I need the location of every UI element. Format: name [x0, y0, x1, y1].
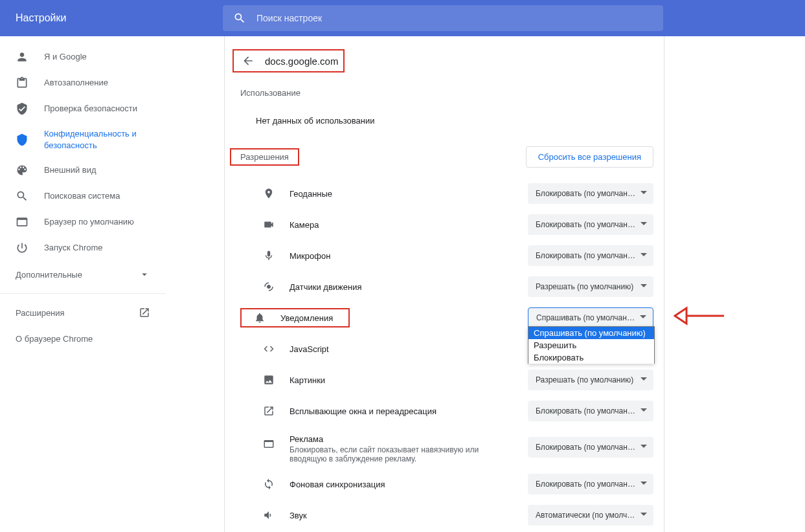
permission-select-popups[interactable]: Блокировать (по умолчанию)	[528, 401, 653, 421]
sidebar-advanced-label: Дополнительные	[16, 270, 82, 280]
open-in-new-icon	[139, 307, 150, 318]
permission-row-images: Картинки Разрешать (по умолчанию)	[225, 364, 664, 395]
permission-row-ads: Реклама Блокировать, если сайт показывае…	[225, 427, 664, 469]
shield-check-icon	[16, 102, 28, 115]
usage-empty-text: Нет данных об использовании	[225, 104, 664, 144]
header-title: Настройки	[16, 12, 223, 24]
reset-permissions-button[interactable]: Сбросить все разрешения	[526, 146, 653, 168]
app-header: Настройки	[0, 0, 805, 36]
search-input[interactable]	[256, 13, 653, 23]
sensors-icon	[256, 281, 282, 293]
camera-icon	[256, 219, 282, 230]
sidebar-item-autofill[interactable]: Автозаполнение	[0, 70, 166, 96]
permission-select-motion-sensors[interactable]: Разрешать (по умолчанию)	[528, 276, 653, 297]
permission-row-microphone: Микрофон Блокировать (по умолчанию)	[225, 240, 664, 271]
sidebar-item-label: Конфиденциальность и безопасность	[44, 128, 150, 151]
location-icon	[256, 188, 282, 199]
shield-icon	[16, 133, 28, 146]
sidebar-item-privacy-security[interactable]: Конфиденциальность и безопасность	[0, 122, 166, 157]
permission-row-sound: Звук Автоматически (по умолчанию)	[225, 500, 664, 531]
power-icon	[16, 241, 28, 254]
bell-icon	[247, 312, 273, 324]
permission-label: Всплывающие окна и переадресация	[289, 406, 528, 416]
sidebar-item-label: Запуск Chrome	[44, 242, 150, 254]
dropdown-menu[interactable]: Спрашивать (по умолчанию) Разрешить Блок…	[528, 326, 655, 364]
permission-select-images[interactable]: Разрешать (по умолчанию)	[528, 370, 653, 390]
back-button[interactable]	[236, 49, 260, 72]
permission-label: Камера	[289, 220, 528, 230]
annotation-arrow	[674, 303, 725, 331]
microphone-icon	[256, 250, 282, 261]
permission-row-popups: Всплывающие окна и переадресация Блокиро…	[225, 395, 664, 427]
permission-select-location[interactable]: Блокировать (по умолчанию)	[528, 183, 653, 204]
permission-label: Звук	[289, 511, 528, 520]
content-panel: docs.google.com Использование Нет данных…	[224, 36, 664, 532]
sidebar-item-label: Проверка безопасности	[44, 103, 150, 115]
permission-label: Микрофон	[289, 251, 528, 261]
permission-label: Уведомления	[280, 313, 333, 323]
sidebar-item-label: Поисковая система	[44, 190, 150, 202]
sidebar-about-chrome[interactable]: О браузере Chrome	[0, 326, 166, 351]
permission-row-location: Геоданные Блокировать (по умолчанию)	[225, 178, 664, 209]
sidebar-item-appearance[interactable]: Внешний вид	[0, 157, 166, 183]
permission-label: Геоданные	[289, 189, 528, 199]
dropdown-option-ask[interactable]: Спрашивать (по умолчанию)	[528, 327, 654, 339]
permission-select-sound[interactable]: Автоматически (по умолчанию)	[528, 505, 653, 526]
permissions-section-label: Разрешения	[240, 152, 289, 162]
sidebar-extensions-label: Расширения	[16, 308, 65, 318]
clipboard-icon	[16, 76, 28, 89]
sidebar: Я и Google Автозаполнение Проверка безоп…	[0, 36, 166, 532]
permission-label: Реклама	[289, 434, 528, 444]
usage-section-label: Использование	[225, 85, 664, 104]
permission-select-camera[interactable]: Блокировать (по умолчанию)	[528, 214, 653, 235]
permission-select-notifications[interactable]: Спрашивать (по умолчанию)	[528, 307, 653, 328]
permission-select-background-sync[interactable]: Блокировать (по умолчанию)	[528, 474, 653, 494]
permission-sublabel: Блокировать, если сайт показывает навязч…	[289, 445, 503, 463]
sidebar-item-default-browser[interactable]: Браузер по умолчанию	[0, 209, 166, 235]
sidebar-item-search-engine[interactable]: Поисковая система	[0, 183, 166, 209]
arrow-left-icon	[242, 54, 255, 67]
person-icon	[16, 50, 28, 63]
permission-row-background-sync: Фоновая синхронизация Блокировать (по ум…	[225, 469, 664, 500]
permission-select-ads[interactable]: Блокировать (по умолчанию)	[528, 437, 653, 458]
sync-icon	[256, 478, 282, 490]
sidebar-item-on-startup[interactable]: Запуск Chrome	[0, 235, 166, 261]
sidebar-item-safety-check[interactable]: Проверка безопасности	[0, 96, 166, 122]
search-icon	[16, 190, 28, 203]
sound-icon	[256, 509, 282, 521]
sidebar-separator	[0, 293, 166, 294]
dropdown-option-allow[interactable]: Разрешить	[528, 339, 654, 351]
sidebar-item-label: Внешний вид	[44, 164, 150, 176]
site-name: docs.google.com	[265, 56, 338, 67]
image-icon	[256, 374, 282, 386]
site-header: docs.google.com	[225, 36, 664, 85]
browser-icon	[16, 216, 28, 228]
sidebar-extensions[interactable]: Расширения	[0, 299, 166, 326]
permission-row-motion-sensors: Датчики движения Разрешать (по умолчанию…	[225, 271, 664, 302]
sidebar-advanced-toggle[interactable]: Дополнительные	[0, 261, 166, 288]
palette-icon	[16, 164, 28, 177]
dropdown-option-block[interactable]: Блокировать	[528, 351, 654, 364]
search-box[interactable]	[223, 5, 663, 31]
permission-select-microphone[interactable]: Блокировать (по умолчанию)	[528, 245, 653, 266]
permission-row-camera: Камера Блокировать (по умолчанию)	[225, 209, 664, 240]
permission-label: Фоновая синхронизация	[289, 480, 528, 489]
sidebar-item-you-and-google[interactable]: Я и Google	[0, 44, 166, 70]
sidebar-item-label: Браузер по умолчанию	[44, 216, 150, 228]
sidebar-item-label: Автозаполнение	[44, 77, 150, 89]
sidebar-about-label: О браузере Chrome	[16, 334, 93, 344]
code-icon	[256, 343, 282, 355]
sidebar-item-label: Я и Google	[44, 51, 150, 63]
permission-label: Картинки	[289, 375, 528, 385]
permission-label: Датчики движения	[289, 282, 528, 292]
ads-icon	[256, 438, 282, 450]
chevron-down-icon	[139, 269, 150, 280]
search-icon	[233, 12, 246, 25]
popup-icon	[256, 405, 282, 417]
